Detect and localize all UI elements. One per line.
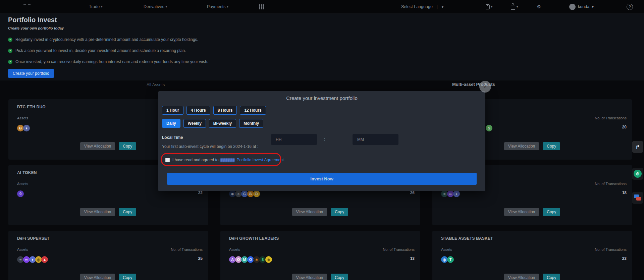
user-menu[interactable]: kunda..▾ <box>578 0 594 13</box>
card-title: DeFi GROWTH LEADERS <box>229 236 279 241</box>
tab-all-assets[interactable]: All Assets <box>147 82 165 87</box>
apps-grid-icon[interactable] <box>259 4 264 9</box>
transactions-value: 13 <box>410 256 415 261</box>
agreement-row: I have read and agreed to Portfolio Inve… <box>165 158 284 162</box>
option-8-hours[interactable]: 8 Hours <box>213 106 237 115</box>
coin-icon: ▲ <box>41 256 48 263</box>
view-allocation-button[interactable]: View Allocation <box>80 142 115 150</box>
asset-coin-row: ≈∞♦◎▲ <box>17 256 47 263</box>
hour-options: 1 Hour4 Hours8 Hours12 Hours <box>162 106 266 115</box>
copy-button[interactable]: Copy <box>331 208 348 216</box>
coin-icon: $ <box>259 256 266 263</box>
coin-icon: M <box>241 256 248 263</box>
coin-icon: ◎ <box>35 256 42 263</box>
option-daily[interactable]: Daily <box>162 119 180 128</box>
check-icon: ✔ <box>8 60 12 64</box>
check-icon: ✔ <box>8 38 12 42</box>
transactions-value: 26 <box>410 190 415 195</box>
portfolio-card-stable-assets-basket: STABLE ASSETS BASKET Assets No. of Trans… <box>432 231 632 280</box>
bag-icon <box>511 5 515 10</box>
copy-button[interactable]: Copy <box>119 208 136 216</box>
asset-coin-row: AOMO∗$◆ <box>229 256 271 263</box>
transactions-value: 18 <box>622 190 627 195</box>
card-title: DeFi SUPERSET <box>17 236 50 241</box>
nav-item-trade[interactable]: Trade▾ <box>89 0 102 13</box>
card-actions: View Allocation Copy <box>432 274 632 280</box>
transactions-label: No. of Transcations <box>595 247 627 251</box>
portfolio-invest-agreement-link[interactable]: Portfolio Invest Agreement <box>236 158 284 162</box>
coin-icon: ∗ <box>229 190 236 197</box>
card-actions: View Allocation Copy <box>8 274 208 280</box>
view-allocation-button[interactable]: View Allocation <box>504 274 539 280</box>
coin-icon: O <box>235 256 242 263</box>
copy-button[interactable]: Copy <box>119 274 136 280</box>
option-bi-weekly[interactable]: Bi-weekly <box>209 119 236 128</box>
view-allocation-button[interactable]: View Allocation <box>292 274 327 280</box>
option-12-hours[interactable]: 12 Hours <box>240 106 266 115</box>
coin-icon: ♦ <box>29 256 36 263</box>
settings-gear-icon[interactable]: ⚙ <box>537 0 541 13</box>
option-weekly[interactable]: Weekly <box>183 119 206 128</box>
asset-coin-row: S <box>486 125 492 131</box>
hour-input[interactable] <box>271 134 317 145</box>
assistant-extension-button[interactable]: ⊛ <box>632 168 643 180</box>
asset-coin-row: ◎T <box>441 256 453 263</box>
nav-item-label: Derivatives <box>144 4 164 9</box>
option-monthly[interactable]: Monthly <box>239 119 263 128</box>
chat-bubbles-icon <box>634 194 641 201</box>
page-subtitle: Create your own portfolio today <box>8 26 64 30</box>
option-4-hours[interactable]: 4 Hours <box>186 106 210 115</box>
option-1-hour[interactable]: 1 Hour <box>162 106 183 115</box>
transactions-label: No. of Transcations <box>383 247 415 251</box>
assistant-icon: ⊛ <box>634 170 642 178</box>
card-actions: View Allocation Copy <box>220 274 420 280</box>
username-label: kunda.. <box>578 4 592 9</box>
view-allocation-button[interactable]: View Allocation <box>80 208 115 216</box>
invest-now-button[interactable]: Invest Now <box>167 173 477 185</box>
benefit-item: ✔Once invested, you can receive daily ea… <box>8 58 208 65</box>
orders-icon[interactable]: ▾ <box>486 0 492 13</box>
nav-item-payments[interactable]: Payments▾ <box>207 0 228 13</box>
help-icon[interactable]: ? <box>627 4 633 10</box>
brand-logo-redacted[interactable] <box>23 4 31 5</box>
transactions-value: 23 <box>622 256 627 261</box>
create-portfolio-button[interactable]: Create your portfolio <box>8 69 54 78</box>
copy-button[interactable]: Copy <box>119 142 136 150</box>
transactions-value: 20 <box>622 125 627 129</box>
coin-icon: ∞ <box>23 256 30 263</box>
view-allocation-button[interactable]: View Allocation <box>504 208 539 216</box>
chevron-down-icon: ▾ <box>592 4 594 9</box>
minute-input[interactable] <box>353 134 398 145</box>
agreement-checkbox[interactable] <box>165 158 170 162</box>
transactions-label: No. of Transcations <box>595 182 627 186</box>
card-actions: View Allocation Copy <box>432 208 632 216</box>
nav-item-derivatives[interactable]: Derivatives▾ <box>144 0 167 13</box>
share-arrow-button[interactable]: ↱ <box>632 141 643 153</box>
coin-icon: O <box>247 256 254 263</box>
coin-icon: ◎ <box>441 256 448 263</box>
modal-close-button[interactable]: ∧ <box>479 81 491 93</box>
avatar[interactable] <box>569 4 576 10</box>
chevron-down-icon: ▾ <box>227 5 228 8</box>
copy-button[interactable]: Copy <box>331 274 348 280</box>
chat-extension-button[interactable] <box>632 192 643 204</box>
nav-item-label: Payments <box>207 4 226 9</box>
view-allocation-button[interactable]: View Allocation <box>292 208 327 216</box>
view-allocation-button[interactable]: View Allocation <box>80 274 115 280</box>
coin-icon: ♦ <box>23 125 30 131</box>
coin-icon: 9 <box>17 190 24 197</box>
card-actions: View Allocation Copy <box>8 208 208 216</box>
coin-icon: ∗ <box>253 256 260 263</box>
copy-button[interactable]: Copy <box>543 142 560 150</box>
coin-icon: ♦ <box>453 190 460 197</box>
transactions-value: 22 <box>198 190 203 195</box>
language-selector[interactable]: Select Language|▼ <box>401 0 444 13</box>
transactions-label: No. of Transcations <box>171 247 203 251</box>
copy-button[interactable]: Copy <box>543 208 560 216</box>
view-allocation-button[interactable]: View Allocation <box>504 142 539 150</box>
benefit-text: Regularly invest in cryptocurrency with … <box>15 37 198 42</box>
coin-icon: Ð <box>253 190 260 197</box>
assets-icon[interactable]: ▾ <box>511 0 518 13</box>
modal-title: Create your investment portfolio <box>158 95 485 101</box>
copy-button[interactable]: Copy <box>543 274 560 280</box>
